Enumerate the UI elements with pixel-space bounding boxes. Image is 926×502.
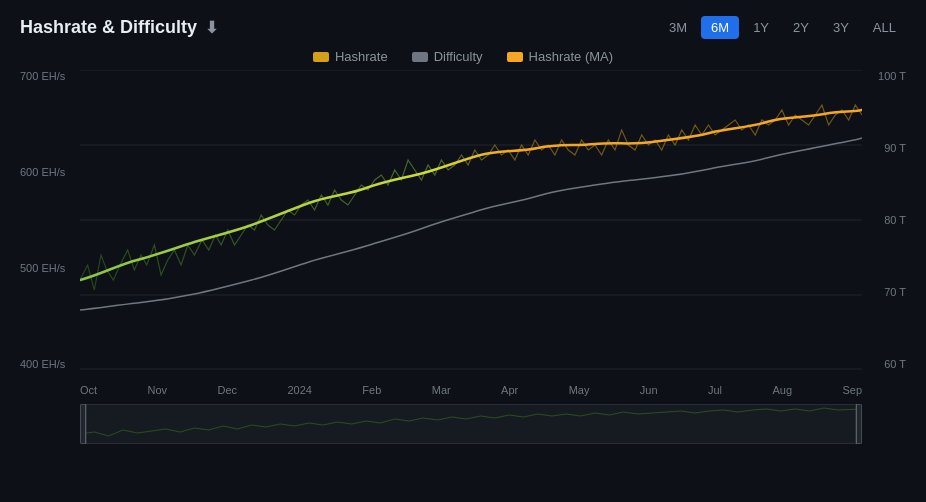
legend-hashrate-ma-dot bbox=[507, 52, 523, 62]
main-chart-svg bbox=[80, 70, 862, 370]
chart-legend: Hashrate Difficulty Hashrate (MA) bbox=[20, 49, 906, 64]
mini-chart-svg bbox=[80, 404, 862, 444]
legend-difficulty-label: Difficulty bbox=[434, 49, 483, 64]
x-axis: Oct Nov Dec 2024 Feb Mar Apr May Jun Jul… bbox=[20, 384, 906, 396]
btn-all[interactable]: ALL bbox=[863, 16, 906, 39]
legend-hashrate-dot bbox=[313, 52, 329, 62]
legend-hashrate-label: Hashrate bbox=[335, 49, 388, 64]
chart-canvas bbox=[80, 70, 862, 370]
btn-3m[interactable]: 3M bbox=[659, 16, 697, 39]
legend-difficulty-dot bbox=[412, 52, 428, 62]
legend-hashrate-ma-label: Hashrate (MA) bbox=[529, 49, 614, 64]
legend-hashrate-ma: Hashrate (MA) bbox=[507, 49, 614, 64]
title-text: Hashrate & Difficulty bbox=[20, 17, 197, 38]
legend-hashrate: Hashrate bbox=[313, 49, 388, 64]
chart-wrapper: 700 EH/s 600 EH/s 500 EH/s 400 EH/s 100 … bbox=[20, 70, 906, 380]
btn-3y[interactable]: 3Y bbox=[823, 16, 859, 39]
chart-title: Hashrate & Difficulty ⬇ bbox=[20, 17, 218, 38]
svg-rect-7 bbox=[80, 404, 86, 444]
main-container: Hashrate & Difficulty ⬇ 3M 6M 1Y 2Y 3Y A… bbox=[0, 0, 926, 502]
chart-area: 700 EH/s 600 EH/s 500 EH/s 400 EH/s 100 … bbox=[20, 70, 906, 410]
btn-1y[interactable]: 1Y bbox=[743, 16, 779, 39]
legend-difficulty: Difficulty bbox=[412, 49, 483, 64]
mini-chart[interactable] bbox=[20, 404, 906, 444]
y-axis-left: 700 EH/s 600 EH/s 500 EH/s 400 EH/s bbox=[20, 70, 80, 370]
btn-2y[interactable]: 2Y bbox=[783, 16, 819, 39]
time-range-selector: 3M 6M 1Y 2Y 3Y ALL bbox=[659, 16, 906, 39]
btn-6m[interactable]: 6M bbox=[701, 16, 739, 39]
svg-rect-5 bbox=[80, 404, 862, 444]
chart-header: Hashrate & Difficulty ⬇ 3M 6M 1Y 2Y 3Y A… bbox=[20, 16, 906, 39]
download-icon[interactable]: ⬇ bbox=[205, 18, 218, 37]
y-axis-right: 100 T 90 T 80 T 70 T 60 T bbox=[866, 70, 906, 370]
svg-rect-8 bbox=[856, 404, 862, 444]
